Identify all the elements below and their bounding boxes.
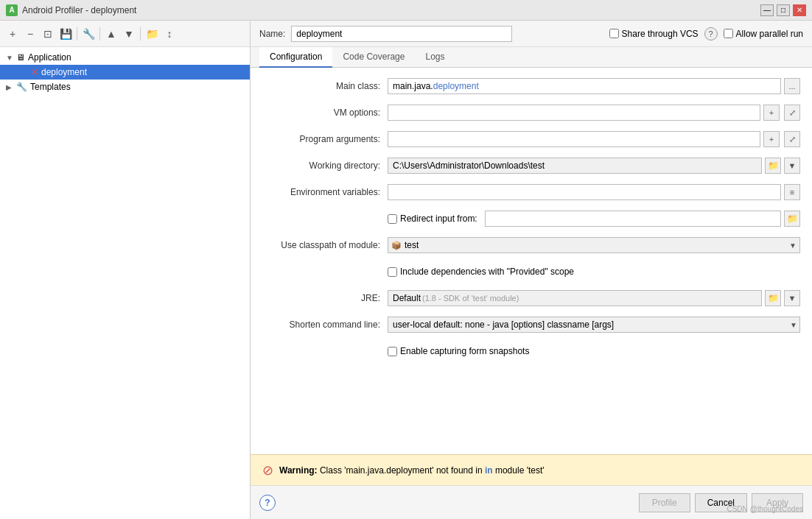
shorten-select-wrapper: user-local default: none - java [options… <box>388 317 800 333</box>
shorten-cmdline-value: user-local default: none - java [options… <box>388 317 800 333</box>
vm-options-label: VM options: <box>262 107 388 118</box>
enable-capturing-label[interactable]: Enable capturing form snapshots <box>388 346 529 356</box>
move-down-button[interactable]: ▼ <box>121 26 137 42</box>
shorten-cmdline-select[interactable]: user-local default: none - java [options… <box>388 317 800 333</box>
tab-code-coverage[interactable]: Code Coverage <box>332 47 415 68</box>
main-class-display: main.java.deployment <box>388 78 781 94</box>
working-directory-label: Working directory: <box>262 160 388 171</box>
title-bar-left: A Android Profiler - deployment <box>6 4 136 16</box>
program-arguments-input[interactable] <box>388 131 760 147</box>
close-button[interactable]: ✕ <box>793 4 806 16</box>
bottom-left: ? <box>259 495 276 511</box>
env-variables-value: ≡ <box>388 184 800 200</box>
main-class-label: Main class: <box>262 81 388 91</box>
include-dependencies-text: Include dependencies with "Provided" sco… <box>400 266 574 277</box>
tab-configuration[interactable]: Configuration <box>259 47 332 68</box>
name-input[interactable] <box>291 26 512 42</box>
warning-text: Warning: Class 'main.java.deployment' no… <box>279 465 545 476</box>
vm-options-add-button[interactable]: + <box>763 105 780 121</box>
application-label: Application <box>28 52 71 63</box>
env-variables-edit-button[interactable]: ≡ <box>784 184 800 200</box>
jre-default-text: Default <box>393 293 421 303</box>
settings-button[interactable]: 🔧 <box>80 26 97 42</box>
maximize-button[interactable]: □ <box>777 4 790 16</box>
deployment-label: deployment <box>41 67 87 77</box>
enable-capturing-checkbox[interactable] <box>388 347 397 356</box>
working-directory-input[interactable] <box>388 158 762 174</box>
save-button[interactable]: 💾 <box>57 26 74 42</box>
application-icon: 🖥 <box>16 52 25 63</box>
module-select-wrapper: 📦 test ▼ <box>388 237 800 253</box>
working-directory-folder-button[interactable]: 📁 <box>765 158 781 174</box>
window-controls[interactable]: — □ ✕ <box>760 4 806 16</box>
expand-arrow-application: ▼ <box>6 54 16 62</box>
jre-folder-button[interactable]: 📁 <box>765 290 781 306</box>
jre-display: Default (1.8 - SDK of 'test' module) <box>388 290 762 306</box>
redirect-folder-button[interactable]: 📁 <box>784 211 800 227</box>
config-content: Main class: main.java.deployment ... VM … <box>251 68 812 454</box>
module-icon: 📦 <box>391 241 402 250</box>
config-tree: ▼ 🖥 Application ✕ deployment ▶ 🔧 Templat… <box>0 47 250 519</box>
tab-logs[interactable]: Logs <box>415 47 455 68</box>
jre-dropdown-button[interactable]: ▼ <box>784 290 800 306</box>
working-directory-dropdown-button[interactable]: ▼ <box>784 158 800 174</box>
program-arguments-value: + ⤢ <box>388 131 800 147</box>
program-arguments-row: Program arguments: + ⤢ <box>262 130 800 149</box>
working-directory-row: Working directory: 📁 ▼ <box>262 156 800 175</box>
minimize-button[interactable]: — <box>760 4 774 16</box>
redirect-input-row: Redirect input from: 📁 <box>262 209 800 228</box>
enable-capturing-row: Enable capturing form snapshots <box>262 342 800 361</box>
redirect-input-value: Redirect input from: 📁 <box>388 211 800 227</box>
warning-in: in <box>485 465 493 476</box>
left-toolbar: + − ⊡ 💾 🔧 ▲ ▼ 📁 ↕ <box>0 21 250 47</box>
module-name-text: test <box>402 240 789 250</box>
add-button[interactable]: + <box>4 26 21 42</box>
jre-value: Default (1.8 - SDK of 'test' module) 📁 ▼ <box>388 290 800 306</box>
main-class-browse-button[interactable]: ... <box>784 78 800 94</box>
program-args-add-button[interactable]: + <box>763 131 780 147</box>
tree-item-application[interactable]: ▼ 🖥 Application <box>0 50 250 65</box>
env-variables-input[interactable] <box>388 184 781 200</box>
warning-icon: ⊘ <box>262 462 273 479</box>
help-button[interactable]: ? <box>259 495 276 511</box>
redirect-input-checkbox[interactable] <box>388 214 397 224</box>
share-vcs-label[interactable]: Share through VCS <box>609 29 699 39</box>
vm-options-expand-button[interactable]: ⤢ <box>784 105 800 121</box>
include-dependencies-row: Include dependencies with "Provided" sco… <box>262 262 800 281</box>
tree-item-templates[interactable]: ▶ 🔧 Templates <box>0 80 250 94</box>
main-class-row: Main class: main.java.deployment ... <box>262 77 800 96</box>
tree-item-deployment[interactable]: ✕ deployment <box>0 65 250 80</box>
redirect-input-checkbox-label[interactable]: Redirect input from: <box>388 213 477 224</box>
name-field-label: Name: <box>259 29 285 39</box>
vm-options-value: + ⤢ <box>388 105 800 121</box>
redirect-input-path[interactable] <box>485 211 781 227</box>
remove-button[interactable]: − <box>22 26 38 42</box>
jre-label: JRE: <box>262 293 388 303</box>
include-dependencies-value: Include dependencies with "Provided" sco… <box>388 266 800 277</box>
enable-capturing-text: Enable capturing form snapshots <box>400 346 529 356</box>
sort-button[interactable]: ↕ <box>161 26 178 42</box>
include-dependencies-label[interactable]: Include dependencies with "Provided" sco… <box>388 266 574 277</box>
allow-parallel-label[interactable]: Allow parallel run <box>724 29 803 39</box>
toolbar-separator-2 <box>99 27 100 40</box>
warning-bold: Warning: <box>279 465 318 476</box>
app-icon: A <box>6 4 18 16</box>
program-args-expand-button[interactable]: ⤢ <box>784 131 800 147</box>
allow-parallel-text: Allow parallel run <box>736 29 803 39</box>
working-directory-value: 📁 ▼ <box>388 158 800 174</box>
share-vcs-checkbox[interactable] <box>609 29 619 38</box>
move-up-button[interactable]: ▲ <box>103 26 119 42</box>
window-title: Android Profiler - deployment <box>22 5 136 15</box>
redirect-input-text: Redirect input from: <box>400 213 477 224</box>
folder-button[interactable]: 📁 <box>144 26 160 42</box>
share-help-button[interactable]: ? <box>704 27 718 40</box>
copy-button[interactable]: ⊡ <box>40 26 56 42</box>
include-dependencies-checkbox[interactable] <box>388 267 397 277</box>
allow-parallel-checkbox[interactable] <box>724 29 733 38</box>
templates-icon: 🔧 <box>16 82 27 92</box>
jre-detail-text: (1.8 - SDK of 'test' module) <box>422 294 519 303</box>
watermark: CSDN @thoughtCodes <box>727 505 803 513</box>
vm-options-input[interactable] <box>388 105 760 121</box>
left-panel: + − ⊡ 💾 🔧 ▲ ▼ 📁 ↕ ▼ 🖥 Application ✕ depl… <box>0 21 251 519</box>
profile-button[interactable]: Profile <box>639 493 690 512</box>
